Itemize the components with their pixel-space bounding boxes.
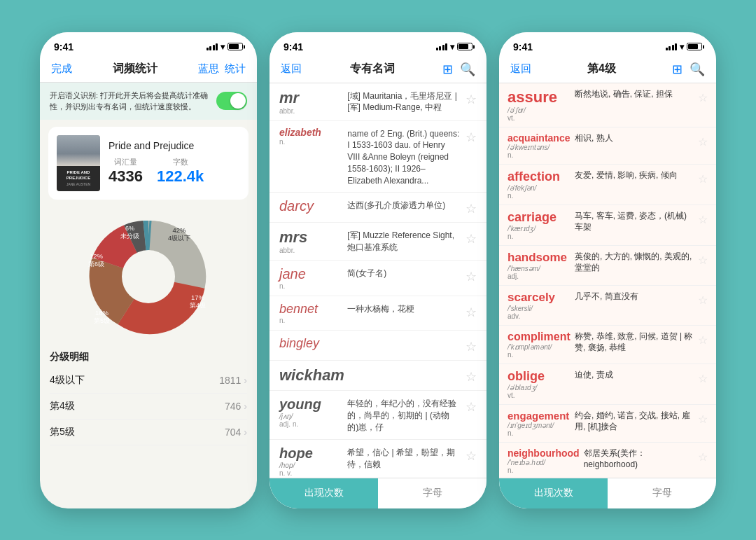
- word-item-mr[interactable]: mr abbr. [域] Mauritania，毛里塔尼亚 | [军] Medi…: [270, 83, 486, 121]
- word-left-engagement: engagement /ɪn'geɪdʒmənt/ n.: [507, 410, 570, 437]
- word-row-assure[interactable]: assure /ə'ʃʊr/ vt. 断然地说, 确告, 保证, 担保 ☆: [499, 83, 716, 127]
- star-neighbourhood[interactable]: ☆: [698, 448, 708, 464]
- stats-btn[interactable]: 统计: [225, 62, 246, 76]
- type-scarcely: adv.: [507, 312, 570, 320]
- star-hope[interactable]: ☆: [465, 448, 477, 464]
- word-row-scarcely[interactable]: scarcely /'skersli/ adv. 几乎不, 简直没有 ☆: [499, 286, 716, 326]
- nav-bar-3: 返回 第4级 ⊞ 🔍: [499, 57, 716, 83]
- word-text-bennet: bennet: [279, 302, 342, 317]
- word-item-bennet[interactable]: bennet n. 一种水杨梅，花梗 ☆: [270, 296, 486, 331]
- star-compliment[interactable]: ☆: [698, 331, 708, 347]
- phone-assure: /ə'ʃʊr/: [507, 106, 570, 114]
- battery-icon-3: [687, 43, 702, 50]
- status-bar-2: 9:41 ▾: [270, 32, 486, 57]
- star-acquaintance[interactable]: ☆: [698, 132, 708, 148]
- word-item-jane[interactable]: jane n. 简(女子名) ☆: [270, 261, 486, 296]
- pie-chart: 42%4级以下 17%第4级 18%第5级 12%第6级 6%未分级: [85, 214, 211, 340]
- word-type-elizabeth: n.: [279, 138, 342, 146]
- word-text-hope: hope: [279, 445, 342, 462]
- word-main-mr: mr abbr.: [279, 89, 342, 115]
- phone3: 9:41 ▾ 返回 第4级 ⊞ 🔍 assure /ə': [499, 32, 716, 508]
- tab-frequency-3[interactable]: 出现次数: [499, 478, 608, 508]
- chars-label: 字数: [157, 157, 204, 167]
- star-oblige[interactable]: ☆: [698, 369, 708, 385]
- vocab-value: 4336: [108, 167, 143, 186]
- star-jane[interactable]: ☆: [465, 269, 477, 284]
- tab-alpha-2[interactable]: 字母: [378, 478, 486, 508]
- word-left-affection: affection /ə'fekʃən/ n.: [507, 169, 570, 200]
- star-wickham[interactable]: ☆: [465, 369, 477, 385]
- breakdown-row-2[interactable]: 第5级 704 ›: [50, 420, 247, 445]
- star-handsome[interactable]: ☆: [698, 251, 708, 267]
- word-item-darcy[interactable]: darcy 达西(多孔介质渗透力单位) ☆: [270, 193, 486, 223]
- word-row-oblige[interactable]: oblige /ə'blaɪdʒ/ vt. 迫使, 责成 ☆: [499, 364, 716, 405]
- word-text-bingley: bingley: [279, 336, 342, 351]
- word-row-carriage[interactable]: carriage /'kærɪdʒ/ n. 马车, 客车, 运费, 姿态，(机械…: [499, 205, 716, 246]
- word-item-wickham[interactable]: wickham ☆: [270, 361, 486, 391]
- semantic-toggle[interactable]: [216, 92, 247, 110]
- word-item-young[interactable]: young /jʌŋ/ adj. n. 年轻的，年纪小的，没有经验的，尚早的，初…: [270, 391, 486, 439]
- word-main-hope: hope /hop/ n. v.: [279, 445, 342, 477]
- word-phone-hope: /hop/: [279, 462, 342, 469]
- word-row-engagement[interactable]: engagement /ɪn'geɪdʒmənt/ n. 约会, 婚约, 诺言,…: [499, 405, 716, 443]
- breakdown-count-1: 746 ›: [225, 401, 247, 412]
- back-button-3[interactable]: 返回: [510, 62, 531, 76]
- tab-alpha-3[interactable]: 字母: [608, 478, 716, 508]
- word-row-compliment[interactable]: compliment /'kɒmpləmənt/ n. 称赞, 恭维, 致意, …: [499, 326, 716, 364]
- word-type-mrs: abbr.: [279, 247, 342, 254]
- bookmark-icon-2[interactable]: ⊞: [442, 62, 453, 77]
- nav-title-1: 词频统计: [113, 62, 158, 76]
- phone2: 9:41 ▾ 返回 专有名词 ⊞ 🔍 mr abbr.: [270, 32, 486, 508]
- book-stats: 词汇量 4336 字数 122.4k: [108, 157, 240, 186]
- word-item-elizabeth[interactable]: elizabeth n. name of 2 Eng. (Brit.) quee…: [270, 121, 486, 193]
- nav-title-2: 专有名词: [350, 62, 395, 76]
- tab-frequency-2[interactable]: 出现次数: [270, 478, 378, 508]
- word-text-wickham: wickham: [279, 366, 342, 385]
- word-def-jane: 简(女子名): [347, 266, 460, 279]
- search-icon-3[interactable]: 🔍: [690, 62, 705, 77]
- def-carriage: 马车, 客车, 运费, 姿态，(机械) 车架: [575, 210, 694, 234]
- word-type-hope: n. v.: [279, 469, 342, 477]
- star-affection[interactable]: ☆: [698, 169, 708, 186]
- toggle-label: 开启语义识别: 打开此开关后将会提高统计准确性，并识别出专有名词，但统计速度较慢…: [50, 90, 209, 113]
- nav-right-1: 蓝思 统计: [198, 62, 246, 76]
- word-item-hope[interactable]: hope /hop/ n. v. 希望，信心 | 希望，盼望，期待，信赖 ☆: [270, 440, 486, 478]
- word-row-handsome[interactable]: handsome /'hænsəm/ adj. 英俊的, 大方的, 慷慨的, 美…: [499, 246, 716, 286]
- phone-engagement: /ɪn'geɪdʒmənt/: [507, 422, 570, 429]
- star-mr[interactable]: ☆: [465, 92, 477, 107]
- svg-point-1: [122, 250, 175, 303]
- word-row-neighbourhood[interactable]: neighbourhood /'neɪbə.hʊd/ n. 邻居关系(美作：ne…: [499, 443, 716, 478]
- back-button-1[interactable]: 完成: [51, 62, 72, 76]
- breakdown-row-1[interactable]: 第4级 746 ›: [50, 394, 247, 420]
- breakdown-count-0: 1811 ›: [219, 375, 247, 386]
- breakdown-row-0[interactable]: 4级以下 1811 ›: [50, 368, 247, 394]
- signal-icon: [206, 43, 218, 50]
- star-bennet[interactable]: ☆: [465, 305, 477, 320]
- star-engagement[interactable]: ☆: [698, 410, 708, 426]
- star-carriage[interactable]: ☆: [698, 210, 708, 226]
- bluelink-btn[interactable]: 蓝思: [198, 62, 219, 76]
- battery-icon: [227, 43, 243, 50]
- status-bar-3: 9:41 ▾: [499, 32, 716, 57]
- word-item-mrs[interactable]: mrs abbr. [军] Muzzle Reference Sight, 炮口…: [270, 223, 486, 261]
- star-young[interactable]: ☆: [465, 399, 477, 415]
- type-compliment: n.: [507, 351, 570, 359]
- search-icon-2[interactable]: 🔍: [460, 62, 475, 77]
- star-mrs[interactable]: ☆: [465, 231, 477, 247]
- book-cover: PRIDE ANDPREJUDICE JANE AUSTEN: [57, 135, 100, 191]
- type-carriage: n.: [507, 233, 570, 240]
- bookmark-icon-3[interactable]: ⊞: [672, 62, 682, 77]
- star-assure[interactable]: ☆: [698, 88, 708, 104]
- star-darcy[interactable]: ☆: [465, 201, 477, 216]
- toggle-section: 开启语义识别: 打开此开关后将会提高统计准确性，并识别出专有名词，但统计速度较慢…: [40, 83, 257, 120]
- word-main-elizabeth: elizabeth n.: [279, 127, 342, 146]
- word-row-acquaintance[interactable]: acquaintance /ə'kweɪntəns/ n. 相识, 熟人 ☆: [499, 127, 716, 165]
- word-item-bingley[interactable]: bingley ☆: [270, 331, 486, 361]
- star-elizabeth[interactable]: ☆: [465, 130, 477, 145]
- book-section: PRIDE ANDPREJUDICE JANE AUSTEN Pride and…: [48, 127, 248, 200]
- star-bingley[interactable]: ☆: [465, 339, 477, 354]
- word-row-affection[interactable]: affection /ə'fekʃən/ n. 友爱, 爱情, 影响, 疾病, …: [499, 165, 716, 205]
- status-icons-2: ▾: [436, 42, 473, 52]
- back-button-2[interactable]: 返回: [281, 62, 302, 76]
- star-scarcely[interactable]: ☆: [698, 291, 708, 307]
